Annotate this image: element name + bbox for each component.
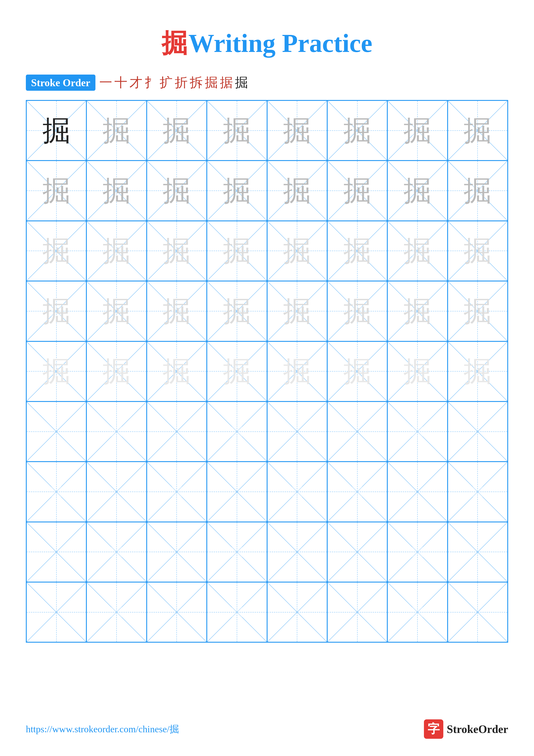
grid-cell[interactable]: 掘 [387, 100, 447, 161]
grid-cell[interactable] [387, 522, 447, 582]
grid-cell[interactable]: 掘 [447, 100, 508, 161]
grid-cell[interactable]: 掘 [207, 221, 267, 281]
grid-cell[interactable] [147, 462, 207, 522]
stroke-5: 扩 [160, 74, 172, 92]
grid-cell[interactable]: 掘 [26, 281, 87, 341]
grid-cell[interactable]: 掘 [87, 161, 146, 221]
grid-cell[interactable]: 掘 [87, 281, 146, 341]
grid-cell[interactable] [327, 582, 387, 642]
grid-cell[interactable]: 掘 [387, 161, 447, 221]
grid-cell[interactable] [207, 462, 267, 522]
grid-cell[interactable]: 掘 [327, 100, 387, 161]
stroke-4: 扌 [144, 74, 158, 92]
stroke-sequence: 一 十 才 扌 扩 折 拆 掘 据 掘 [99, 74, 248, 92]
grid-cell[interactable]: 掘 [447, 341, 508, 401]
grid-cell[interactable] [147, 582, 207, 642]
grid-cell[interactable]: 掘 [267, 100, 327, 161]
stroke-3: 才 [129, 74, 142, 92]
footer: https://www.strokeorder.com/chinese/掘 字 … [26, 719, 508, 739]
grid-cell[interactable]: 掘 [207, 100, 267, 161]
grid-cell[interactable]: 掘 [267, 161, 327, 221]
grid-cell[interactable]: 掘 [147, 161, 207, 221]
grid-cell[interactable]: 掘 [26, 341, 87, 401]
grid-cell[interactable]: 掘 [267, 281, 327, 341]
grid-cell[interactable] [447, 401, 508, 462]
grid-cell[interactable]: 掘 [447, 281, 508, 341]
grid-cell[interactable]: 掘 [147, 281, 207, 341]
grid-cell[interactable]: 掘 [327, 341, 387, 401]
grid-cell[interactable] [387, 401, 447, 462]
grid-cell[interactable]: 掘 [87, 100, 146, 161]
grid-cell[interactable]: 掘 [207, 281, 267, 341]
stroke-order-row: Stroke Order 一 十 才 扌 扩 折 拆 掘 据 掘 [26, 74, 508, 92]
grid-cell[interactable]: 掘 [387, 221, 447, 281]
grid-cell[interactable]: 掘 [147, 100, 207, 161]
grid-cell[interactable] [327, 522, 387, 582]
grid-cell[interactable] [447, 462, 508, 522]
grid-cell[interactable]: 掘 [207, 341, 267, 401]
grid-cell[interactable]: 掘 [87, 221, 146, 281]
title-english: Writing Practice [188, 29, 372, 58]
grid-cell[interactable]: 掘 [147, 221, 207, 281]
grid-cell[interactable] [87, 462, 146, 522]
grid-cell[interactable]: 掘 [26, 161, 87, 221]
grid-cell[interactable]: 掘 [147, 341, 207, 401]
grid-cell[interactable]: 掘 [267, 221, 327, 281]
grid-cell[interactable] [87, 522, 146, 582]
grid-cell[interactable]: 掘 [327, 161, 387, 221]
stroke-2: 十 [114, 74, 127, 92]
grid-cell[interactable] [327, 462, 387, 522]
grid-cell[interactable] [267, 401, 327, 462]
stroke-10: 掘 [235, 74, 248, 92]
grid-cell[interactable] [26, 462, 87, 522]
grid-cell[interactable] [26, 522, 87, 582]
stroke-9: 据 [220, 74, 233, 92]
grid-cell[interactable]: 掘 [207, 161, 267, 221]
stroke-7: 拆 [190, 74, 203, 92]
stroke-1: 一 [99, 74, 112, 92]
grid-cell[interactable] [147, 522, 207, 582]
grid-cell[interactable] [207, 401, 267, 462]
grid-cell[interactable] [447, 582, 508, 642]
grid-cell[interactable]: 掘 [447, 221, 508, 281]
grid-cell[interactable] [267, 462, 327, 522]
stroke-8: 掘 [205, 74, 218, 92]
grid-cell[interactable] [387, 582, 447, 642]
grid-cell[interactable] [387, 462, 447, 522]
grid-cell[interactable]: 掘 [87, 341, 146, 401]
grid-cell[interactable] [207, 582, 267, 642]
grid-cell[interactable] [26, 582, 87, 642]
grid-cell[interactable]: 掘 [387, 341, 447, 401]
grid-cell[interactable]: 掘 [387, 281, 447, 341]
footer-url[interactable]: https://www.strokeorder.com/chinese/掘 [26, 723, 179, 736]
logo-text: StrokeOrder [447, 723, 508, 736]
grid-cell[interactable]: 掘 [26, 100, 87, 161]
footer-logo: 字 StrokeOrder [424, 719, 508, 739]
grid-cell[interactable] [26, 401, 87, 462]
grid-cell[interactable] [447, 522, 508, 582]
grid-cell[interactable] [87, 582, 146, 642]
grid-cell[interactable] [147, 401, 207, 462]
grid-cell[interactable]: 掘 [267, 341, 327, 401]
grid-cell[interactable] [327, 401, 387, 462]
grid-cell[interactable] [87, 401, 146, 462]
logo-icon: 字 [424, 719, 443, 739]
stroke-6: 折 [175, 74, 188, 92]
grid-cell[interactable]: 掘 [327, 281, 387, 341]
grid-cell[interactable] [267, 582, 327, 642]
practice-grid: 掘 掘 掘 掘 掘 掘 掘 掘 掘 [26, 100, 508, 643]
title-chinese-char: 掘 [162, 29, 188, 58]
page-title: 掘 Writing Practice [26, 26, 508, 61]
stroke-order-badge: Stroke Order [26, 74, 95, 91]
grid-cell[interactable]: 掘 [327, 221, 387, 281]
grid-cell[interactable] [267, 522, 327, 582]
grid-cell[interactable]: 掘 [447, 161, 508, 221]
grid-cell[interactable]: 掘 [26, 221, 87, 281]
grid-cell[interactable] [207, 522, 267, 582]
